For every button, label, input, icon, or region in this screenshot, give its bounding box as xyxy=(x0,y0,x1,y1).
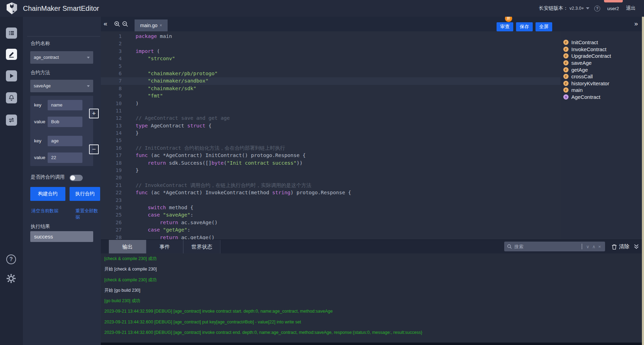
line-number: 6 xyxy=(101,70,122,77)
search-next-icon[interactable]: ∨ xyxy=(585,244,591,249)
fullscreen-button[interactable]: 全屏 xyxy=(536,22,552,31)
edit-icon xyxy=(8,51,15,58)
function-badge-icon: F xyxy=(563,67,569,72)
outline-item-label: main xyxy=(571,87,583,93)
reset-data-link[interactable]: 重置全部数据 xyxy=(75,208,101,220)
console-bottom-strip xyxy=(101,343,642,345)
code-line: 28 return ac.getAge() xyxy=(101,234,561,240)
console-tab-事件[interactable]: 事件 xyxy=(146,240,183,253)
contract-name-select[interactable]: age_contract xyxy=(30,51,93,64)
panel-divider xyxy=(27,36,100,37)
remove-param-button[interactable]: − xyxy=(89,144,99,154)
version-label: 长安链版本： xyxy=(539,5,568,11)
param-key-input[interactable]: age xyxy=(48,136,82,146)
clear-logs-button[interactable]: 清除 xyxy=(611,240,629,253)
log-line: 开始 [go build 230] xyxy=(104,285,640,296)
contract-method-select[interactable]: saveAge xyxy=(30,80,93,92)
expand-panel-icon[interactable]: » xyxy=(634,17,638,31)
line-number: 7 xyxy=(101,77,122,85)
line-content: } xyxy=(136,167,139,174)
log-line: [check & compile 230] 成功 xyxy=(104,275,640,285)
help-icon[interactable]: ? xyxy=(6,254,16,264)
tab-main-go[interactable]: main.go × xyxy=(135,19,168,31)
zoom-in-icon[interactable] xyxy=(114,21,120,27)
line-content: "chainmaker/sandbox" xyxy=(136,77,209,85)
line-number: 1 xyxy=(101,33,122,40)
execute-contract-button[interactable]: 执行合约 xyxy=(70,187,100,201)
param-key-input[interactable]: name xyxy=(48,100,82,110)
console-tab-输出[interactable]: 输出 xyxy=(109,240,146,253)
settings-gear-icon[interactable] xyxy=(6,273,16,285)
outline-item[interactable]: FgetAge xyxy=(563,66,642,73)
outline-item[interactable]: FsaveAge xyxy=(563,60,642,66)
line-content: return ac.saveAge() xyxy=(136,219,218,226)
version-value[interactable]: v2.3.0+ xyxy=(570,6,584,11)
line-content: switch method { xyxy=(136,204,193,211)
outline-item[interactable]: FUpgradeContract xyxy=(563,53,642,60)
add-param-button[interactable]: + xyxy=(89,109,99,118)
function-badge-icon: F xyxy=(563,60,569,65)
outline-item[interactable]: FhistoryKvIterator xyxy=(563,80,642,87)
chainmaker-logo-icon xyxy=(6,2,18,15)
notification-icon[interactable] xyxy=(6,92,17,103)
code-line: 23 xyxy=(101,197,561,204)
line-number: 20 xyxy=(101,174,122,181)
cross-call-toggle[interactable] xyxy=(70,175,83,181)
contract-method-value: saveAge xyxy=(34,84,87,88)
outline-item[interactable]: SAgeContract xyxy=(563,94,642,101)
outline-item-label: InitContract xyxy=(571,39,598,45)
code-line: 10) xyxy=(101,100,561,107)
param-value-input[interactable]: Bob xyxy=(48,117,82,127)
transfer-icon[interactable] xyxy=(6,115,17,126)
edit-contract-icon[interactable] xyxy=(6,49,17,60)
collapse-console-icon[interactable] xyxy=(634,244,639,249)
save-button[interactable]: 保存 xyxy=(516,22,533,31)
code-editor[interactable]: 1package main23import (4 "strconv"56 "ch… xyxy=(101,31,561,240)
line-content: package main xyxy=(136,33,172,40)
collapse-panel-icon[interactable]: « xyxy=(102,17,110,31)
build-contract-button[interactable]: 构建合约 xyxy=(30,187,65,201)
code-line: 14} xyxy=(101,130,561,137)
search-prev-icon[interactable]: ∧ xyxy=(591,244,597,249)
outline-item[interactable]: FcrossCall xyxy=(563,73,642,80)
param-key-label: key xyxy=(34,136,41,146)
outline-item-label: crossCall xyxy=(571,73,593,79)
editor-tabstrip: « main.go × 新 审查 保存 全屏 » xyxy=(101,17,642,31)
param-value-input[interactable]: 22 xyxy=(48,152,82,163)
search-close-icon[interactable]: × xyxy=(597,244,602,249)
outline-item[interactable]: Fmain xyxy=(563,87,642,94)
line-number: 11 xyxy=(101,107,122,115)
clear-data-link[interactable]: 清空当前数据 xyxy=(31,208,58,214)
log-line: 2023-09-21 13:44:32.600 [DEBUG] [age_con… xyxy=(104,327,640,338)
search-input[interactable] xyxy=(514,244,581,249)
code-line: 6 "chainmaker/pb/protogo" xyxy=(101,70,561,77)
zoom-out-icon[interactable] xyxy=(122,21,128,27)
code-line: 26 return ac.saveAge() xyxy=(101,219,561,226)
activity-bar: ? xyxy=(0,17,23,345)
run-contract-icon[interactable] xyxy=(6,70,17,81)
line-number: 9 xyxy=(101,92,122,100)
line-number: 3 xyxy=(101,48,122,55)
search-divider xyxy=(582,244,582,249)
outline-item[interactable]: FInitContract xyxy=(563,39,642,46)
review-button[interactable]: 审查 xyxy=(497,22,513,31)
console-tabs: 输出事件世界状态 xyxy=(109,240,220,253)
chainmaker-smarteditor: ChainMaker SmartEditor 长安链版本： v2.3.0+ ? … xyxy=(0,0,644,345)
version-caret-icon[interactable] xyxy=(586,7,589,9)
header-help-icon[interactable]: ? xyxy=(594,6,600,11)
code-line: 18 return sdk.Success([]byte("Init contr… xyxy=(101,159,561,167)
result-value: success xyxy=(30,231,93,242)
line-content: import ( xyxy=(136,48,160,55)
logout-button[interactable]: 退出 xyxy=(626,5,636,11)
username: user2 xyxy=(607,6,619,11)
outline-item-label: saveAge xyxy=(571,60,591,66)
tab-close-icon[interactable]: × xyxy=(160,23,162,28)
result-label: 执行结果 xyxy=(31,224,50,230)
log-line: 开始 [check & compile 230] xyxy=(104,264,640,274)
console-tab-世界状态[interactable]: 世界状态 xyxy=(183,240,220,253)
contract-list-icon[interactable] xyxy=(6,28,17,39)
console-search[interactable]: ∨ ∧ × xyxy=(504,242,605,251)
outline-item[interactable]: FInvokeContract xyxy=(563,46,642,53)
code-line: 5 xyxy=(101,63,561,70)
line-content: func (ac *AgeContract) InvokeContract(me… xyxy=(136,189,351,196)
